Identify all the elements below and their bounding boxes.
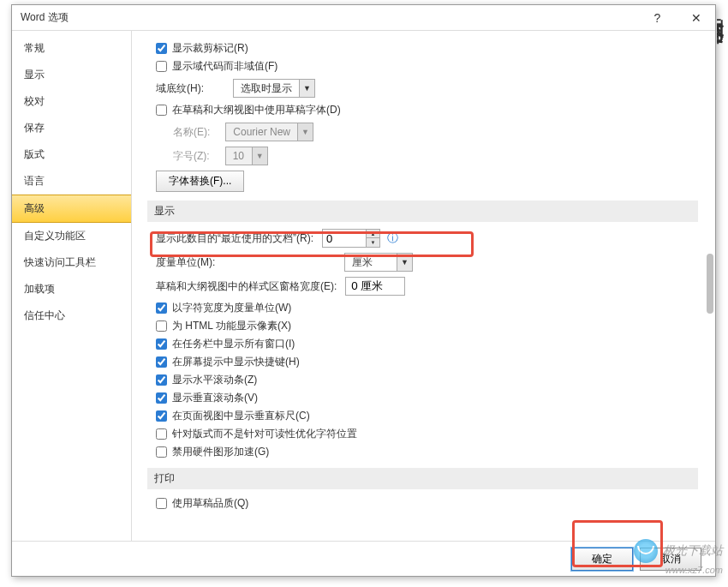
checkbox-taskbar-windows-input[interactable] [156,338,167,350]
draft-font-name-label: 名称(E): [173,125,210,140]
checkbox-optimize-layout-input[interactable] [156,428,167,440]
spinner-buttons: ▲ ▼ [366,230,379,247]
style-area-row: 草稿和大纲视图中的样式区窗格宽度(E): [147,277,698,296]
checkbox-char-width[interactable]: 以字符宽度为度量单位(W) [147,301,698,315]
field-shading-row: 域底纹(H): 选取时显示 ▼ [147,79,698,98]
chevron-down-icon[interactable]: ▼ [397,254,412,271]
field-shading-value: 选取时显示 [234,81,299,96]
watermark-url: www.xz7.com [665,565,723,575]
checkbox-draft-quality[interactable]: 使用草稿品质(Q) [147,496,698,511]
draft-font-size-value: 10 [226,150,252,162]
checkbox-vruler[interactable]: 在页面视图中显示垂直标尺(C) [147,409,698,423]
spinner-down-icon[interactable]: ▼ [367,238,379,247]
info-icon[interactable]: ⓘ [387,231,398,246]
checkbox-crop-marks-label: 显示裁剪标记(R) [172,41,248,56]
sidebar-item-quick-access[interactable]: 快速访问工具栏 [12,249,131,276]
sidebar-item-language[interactable]: 语言 [12,168,131,195]
measure-unit-value: 厘米 [345,255,397,270]
checkbox-field-codes[interactable]: 显示域代码而非域值(F) [147,59,698,74]
ok-button[interactable]: 确定 [571,548,633,571]
checkbox-vscroll-label: 显示垂直滚动条(V) [172,391,258,405]
measure-unit-label: 度量单位(M): [156,255,336,270]
checkbox-optimize-layout[interactable]: 针对版式而不是针对可读性优化字符位置 [147,427,698,441]
recent-docs-label: 显示此数目的“最近使用的文档”(R): [156,231,313,246]
draft-font-name-dropdown: Courier New ▼ [225,123,313,141]
titlebar: Word 选项 ? ✕ [12,5,715,31]
checkbox-disable-hw-accel[interactable]: 禁用硬件图形加速(G) [147,445,698,459]
checkbox-draft-font[interactable]: 在草稿和大纲视图中使用草稿字体(D) [147,103,698,117]
checkbox-field-codes-label: 显示域代码而非域值(F) [172,59,277,74]
measure-unit-row: 度量单位(M): 厘米 ▼ [147,253,698,272]
watermark-logo-icon [634,539,658,563]
checkbox-char-width-label: 以字符宽度为度量单位(W) [172,301,291,315]
sidebar-item-trust-center[interactable]: 信任中心 [12,302,131,329]
checkbox-hscroll-input[interactable] [156,374,167,386]
checkbox-html-pixels-label: 为 HTML 功能显示像素(X) [172,319,291,333]
help-button[interactable]: ? [638,5,677,30]
checkbox-optimize-layout-label: 针对版式而不是针对可读性优化字符位置 [172,427,357,441]
field-shading-label: 域底纹(H): [156,81,204,96]
scrollbar-thumb[interactable] [707,254,713,314]
checkbox-html-pixels[interactable]: 为 HTML 功能显示像素(X) [147,319,698,333]
sidebar-item-display[interactable]: 显示 [12,62,131,88]
draft-font-name-value: Courier New [226,126,297,138]
section-header-display: 显示 [147,201,698,222]
checkbox-vscroll-input[interactable] [156,392,167,404]
close-button[interactable]: ✕ [677,5,715,30]
watermark-text: 极光下载站 [663,543,723,559]
checkbox-field-codes-input[interactable] [156,61,167,72]
measure-unit-dropdown[interactable]: 厘米 ▼ [344,253,413,272]
recent-docs-input[interactable] [323,230,366,247]
font-substitution-button[interactable]: 字体替换(F)... [156,171,244,192]
sidebar-item-general[interactable]: 常规 [12,35,131,62]
checkbox-vruler-label: 在页面视图中显示垂直标尺(C) [172,409,310,423]
checkbox-hscroll-label: 显示水平滚动条(Z) [172,373,257,387]
sidebar-item-advanced[interactable]: 高级 [12,195,131,223]
checkbox-draft-font-input[interactable] [156,105,167,116]
sidebar-item-proofing[interactable]: 校对 [12,88,131,115]
checkbox-disable-hw-accel-input[interactable] [156,446,167,458]
font-subst-row: 字体替换(F)... [147,171,698,192]
draft-font-size-dropdown: 10 ▼ [225,147,268,165]
recent-docs-row: 显示此数目的“最近使用的文档”(R): ▲ ▼ ⓘ [147,229,698,248]
chevron-down-icon: ▼ [252,147,267,165]
sidebar-item-layout[interactable]: 版式 [12,141,131,168]
watermark: 极光下载站 [634,539,723,563]
checkbox-draft-quality-input[interactable] [156,498,167,509]
section-header-print: 打印 [147,468,698,489]
checkbox-draft-font-label: 在草稿和大纲视图中使用草稿字体(D) [172,103,341,117]
dialog-body: 常规 显示 校对 保存 版式 语言 高级 自定义功能区 快速访问工具栏 加载项 … [12,31,715,541]
checkbox-draft-quality-label: 使用草稿品质(Q) [172,496,248,511]
sidebar: 常规 显示 校对 保存 版式 语言 高级 自定义功能区 快速访问工具栏 加载项 … [12,31,132,541]
recent-docs-spinner[interactable]: ▲ ▼ [322,229,380,248]
sidebar-item-save[interactable]: 保存 [12,115,131,141]
checkbox-shortcut-keys-label: 在屏幕提示中显示快捷键(H) [172,355,300,369]
checkbox-crop-marks[interactable]: 显示裁剪标记(R) [147,41,698,56]
draft-font-size-row: 字号(Z): 10 ▼ [147,147,698,165]
checkbox-disable-hw-accel-label: 禁用硬件图形加速(G) [172,445,269,459]
field-shading-dropdown[interactable]: 选取时显示 ▼ [233,79,315,98]
style-area-input[interactable] [345,277,405,296]
checkbox-char-width-input[interactable] [156,302,167,314]
draft-font-size-label: 字号(Z): [173,149,210,164]
word-options-dialog: Word 选项 ? ✕ 常规 显示 校对 保存 版式 语言 高级 自定义功能区 … [11,4,716,577]
spinner-up-icon[interactable]: ▲ [367,230,379,238]
checkbox-vscroll[interactable]: 显示垂直滚动条(V) [147,391,698,405]
dialog-footer: 确定 取消 [12,541,715,577]
checkbox-shortcut-keys-input[interactable] [156,356,167,368]
sidebar-item-addins[interactable]: 加载项 [12,276,131,302]
sidebar-item-customize-ribbon[interactable]: 自定义功能区 [12,223,131,249]
background-document-text: 文字内容示例 [717,0,728,587]
checkbox-taskbar-windows[interactable]: 在任务栏中显示所有窗口(I) [147,337,698,351]
style-area-label: 草稿和大纲视图中的样式区窗格宽度(E): [156,279,337,294]
checkbox-vruler-input[interactable] [156,410,167,422]
checkbox-html-pixels-input[interactable] [156,320,167,332]
checkbox-shortcut-keys[interactable]: 在屏幕提示中显示快捷键(H) [147,355,698,369]
checkbox-crop-marks-input[interactable] [156,43,167,54]
draft-font-name-row: 名称(E): Courier New ▼ [147,123,698,141]
dialog-title: Word 选项 [21,10,638,25]
chevron-down-icon[interactable]: ▼ [299,80,314,97]
chevron-down-icon: ▼ [297,123,313,141]
checkbox-hscroll[interactable]: 显示水平滚动条(Z) [147,373,698,387]
content-panel: 显示裁剪标记(R) 显示域代码而非域值(F) 域底纹(H): 选取时显示 ▼ 在… [132,31,715,541]
